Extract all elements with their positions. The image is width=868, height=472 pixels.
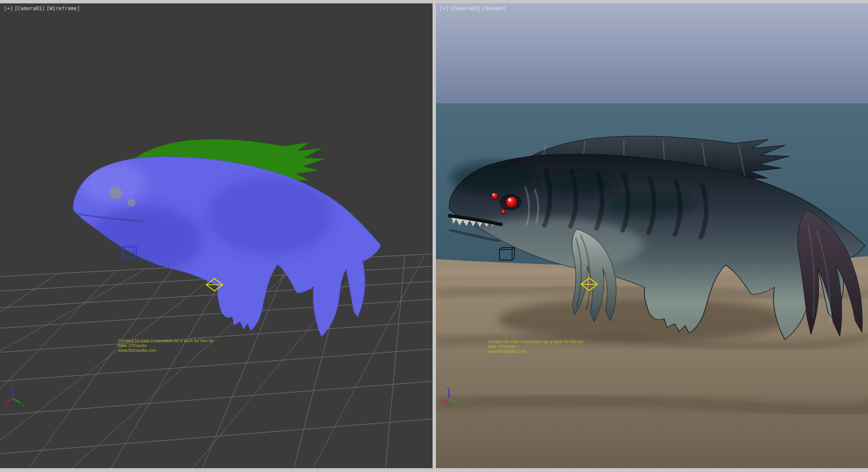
watermark-line3: www.fritzstudio.com	[118, 348, 215, 353]
creator-watermark: Created for Intel Corporation as a work …	[118, 338, 215, 353]
sky	[436, 3, 868, 104]
fish-eye-highlight	[508, 198, 511, 201]
creator-watermark: Created for Intel Corporation as a work …	[488, 339, 584, 354]
viewport-canvas-shaded[interactable]	[436, 3, 868, 468]
viewport-menu-general[interactable]: [+]	[4, 5, 13, 11]
viewport-workspace: [+] [Camera01] [Wireframe]	[0, 0, 868, 472]
fish-eye-third	[501, 209, 505, 214]
watermark-line2: Mike O'Rourke	[488, 344, 584, 349]
viewport-label: [+] [Camera01] [Wireframe]	[4, 5, 80, 11]
viewport-right[interactable]: [+] [Camera01] [Shaded]	[436, 3, 868, 468]
watermark-line1: Created for Intel Corporation as a work …	[118, 338, 215, 343]
viewport-canvas-wireframe[interactable]	[0, 3, 433, 468]
axis-y-label: y	[22, 403, 24, 406]
world-axis-tripod: z x y	[5, 384, 27, 406]
fish-eye-main	[505, 196, 517, 208]
watermark-line1: Created for Intel Corporation as a work …	[488, 339, 584, 344]
axis-x-label: x	[5, 403, 7, 406]
viewport-menu-shading[interactable]: [Wireframe]	[46, 5, 80, 11]
watermark-line3: www.fritzstudio.com	[488, 349, 584, 354]
viewport-menu-pov[interactable]: [Camera01]	[14, 5, 45, 11]
viewport-menu-shading[interactable]: [Shaded]	[482, 5, 507, 11]
viewport-menu-pov[interactable]: [Camera01]	[450, 5, 480, 11]
fish-eye-second	[491, 193, 498, 199]
fish-head-shading	[450, 161, 537, 195]
fish-eye-spot-small	[128, 199, 136, 207]
axis-y-label: y	[458, 403, 460, 406]
viewport-menu-general[interactable]: [+]	[440, 5, 449, 11]
fish-eye-spot	[109, 187, 122, 199]
world-axis-tripod: z x y	[441, 384, 463, 406]
viewport-left[interactable]: [+] [Camera01] [Wireframe]	[0, 3, 433, 468]
axis-x-label: x	[441, 403, 443, 406]
fish-eye-highlight-small	[492, 194, 494, 195]
axis-z-label: z	[10, 386, 12, 390]
axis-z-label: z	[446, 386, 448, 390]
fish-shadow	[498, 298, 787, 341]
viewport-label: [+] [Camera01] [Shaded]	[440, 5, 507, 11]
watermark-line2: Mike O'Rourke	[118, 343, 215, 348]
